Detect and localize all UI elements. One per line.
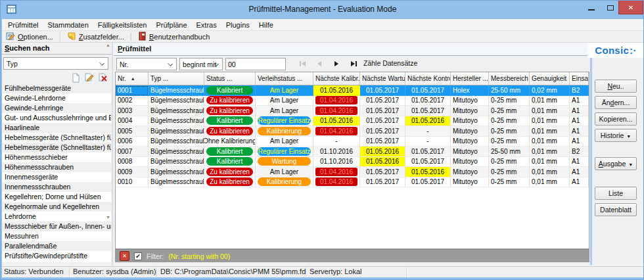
table-row[interactable]: 0003BügelmessschraubenZu kalibrierenAm L… [116, 106, 589, 116]
grid-cell: 0,01 mm [530, 177, 570, 188]
table-row[interactable]: 0007BügelmessschraubenKalibriertReguläre… [116, 147, 589, 157]
new-button[interactable]: Neu.. [595, 80, 637, 93]
column-header[interactable]: Nächste Wartung [360, 72, 405, 85]
sidebar-list-item[interactable]: Gewinde-Lehrdorne [2, 93, 111, 103]
column-header[interactable]: Einsatz [570, 72, 589, 85]
menu-item-plugins[interactable]: Plugins [221, 21, 254, 29]
column-header[interactable]: Status ... [204, 72, 256, 85]
sidebar-list-item[interactable]: Kegellehren; Dorne und Hülsen [2, 192, 111, 202]
column-header[interactable]: Genauigkeit ... [530, 72, 570, 85]
grid-cell: 01.05.2016 [405, 167, 451, 177]
history-button[interactable]: Historie▼ [595, 129, 637, 142]
status-badge: Kalibrierung [258, 177, 311, 186]
sidebar-list-item[interactable]: Gut- und Ausschusslehrringe und Einst... [2, 113, 111, 123]
sidebar-list-item[interactable]: Lehrdorne [2, 212, 111, 222]
nav-first-button[interactable] [296, 59, 308, 68]
list-button[interactable]: Liste [595, 187, 637, 200]
sidebar-splitter[interactable] [112, 43, 113, 266]
clear-filter-button[interactable]: ✕ [120, 251, 129, 261]
filter-active-checkbox[interactable]: ✔ [134, 252, 142, 260]
delete-filter-button[interactable] [97, 72, 108, 83]
grid-cell: A1 [570, 106, 589, 116]
toolbar-separator [131, 32, 131, 41]
sidebar-list-item[interactable]: Messuhren [2, 231, 111, 241]
options-button[interactable]: Optionen... [1, 32, 58, 42]
column-header[interactable]: Nr.▲ [116, 72, 149, 85]
output-button[interactable]: Ausgabe▼ [595, 157, 637, 170]
grid-cell: 0010 [116, 177, 149, 188]
chevron-down-icon [99, 60, 104, 66]
grid-cell: Bügelmessschrauben [149, 137, 204, 147]
column-header[interactable]: Verleihstatus ... [256, 72, 313, 85]
sidebar-list-item[interactable]: Hebelmessgeräte (Schnelltaster) für I... [2, 143, 111, 152]
table-row[interactable]: 0008BügelmessschraubenKalibriertWartung0… [116, 157, 589, 168]
sidebar-list-item[interactable]: Innenmessgeräte [2, 172, 111, 182]
sidebar-list-item[interactable]: Fühlhebelmessgeräte [2, 83, 111, 93]
grid-cell: Zu kalibrieren [204, 106, 256, 116]
menu-item-extras[interactable]: Extras [192, 21, 221, 29]
status-badge: Zu kalibrieren [206, 127, 253, 135]
grid-cell: Bügelmessschrauben [149, 126, 204, 137]
menu-item-stammdaten[interactable]: Stammdaten [43, 21, 93, 29]
table-row[interactable]: 0009BügelmessschraubenZu kalibrierenAm L… [116, 167, 589, 177]
grid-cell: 01.10.2016 [313, 147, 360, 157]
brand-mark: :· [630, 45, 637, 56]
column-header[interactable]: Hersteller ... [451, 72, 489, 85]
grid-cell: 0009 [116, 167, 149, 177]
datasheet-button[interactable]: Datenblatt [595, 203, 637, 216]
copy-button[interactable]: Kopieren... [595, 112, 637, 126]
locate-value-input[interactable] [225, 58, 286, 70]
status-badge: 01.04.2016 [315, 177, 357, 186]
table-row[interactable]: 0001BügelmessschraubenKalibriertAm Lager… [116, 85, 589, 96]
sidebar-list-item[interactable]: Hebelmessgeräte (Schnelltaster) für A... [2, 133, 111, 143]
column-header[interactable]: Typ ... [149, 72, 204, 85]
sidebar-list-item[interactable]: Prüfstifte/Gewindeprüfstifte [2, 251, 111, 261]
sidebar-list-item[interactable]: Haarlineale [2, 123, 111, 133]
minimize-button[interactable] [582, 1, 601, 14]
grid-cell: Mitutoyo [451, 106, 489, 116]
menu-item-pr-fmittel[interactable]: Prüfmittel [3, 21, 43, 29]
grid-cell: Kalibrierung [256, 126, 313, 137]
filter-tools [70, 72, 108, 83]
locate-field-combo[interactable]: Nr. [116, 58, 177, 70]
table-row[interactable]: 0006BügelmessschraubenOhne KalibrierungA… [116, 137, 589, 147]
sidebar-list-item[interactable]: Gewinde-Lehrringe [2, 103, 111, 113]
column-header[interactable]: Nächste Kontrolle [405, 72, 451, 85]
new-filter-button[interactable] [70, 72, 81, 83]
status-panel: Benutzer: sysdba (Admin) [70, 267, 157, 277]
grid-cell: 0007 [116, 147, 149, 157]
menu-item-pr-fpl-ne[interactable]: Prüfpläne [151, 21, 191, 29]
column-header[interactable]: Nächste Kalibr. [313, 72, 360, 85]
table-row[interactable]: 0005BügelmessschraubenZu kalibrierenKali… [116, 126, 589, 137]
grid-splitter[interactable] [590, 43, 592, 265]
search-by-combo[interactable]: Typ [3, 57, 108, 70]
close-button[interactable]: ✕ [618, 1, 643, 14]
locate-operator-combo[interactable]: beginnt mit [179, 58, 223, 70]
nav-next-button[interactable] [331, 59, 342, 68]
status-panel: DB: C:\ProgramData\Consic\PMM 55\pmm.fdb [157, 267, 306, 277]
sidebar-list-item[interactable]: Parallelendmaße [2, 241, 111, 251]
change-button[interactable]: Ändern... [595, 96, 637, 109]
edit-filter-button[interactable] [83, 72, 95, 83]
grid-cell: 01.05.2017 [405, 106, 451, 116]
sidebar-list-item[interactable]: Höhenmessschrauben [2, 162, 111, 172]
table-row[interactable]: 0004BügelmessschraubenKalibriertReguläre… [116, 116, 589, 127]
table-row[interactable]: 0010BügelmessschraubenZu kalibrierenKali… [116, 177, 589, 188]
nav-last-button[interactable] [348, 59, 359, 68]
sidebar-list-item[interactable]: Messschieber für Außen-, Innen- und ... [2, 222, 111, 231]
extra-fields-button[interactable]: Zusatzfelder... [62, 32, 129, 42]
grid-cell: Am Lager [256, 137, 313, 147]
table-row[interactable]: 0002BügelmessschraubenZu kalibrierenAm L… [116, 96, 589, 106]
menu-item-hilfe[interactable]: Hilfe [254, 21, 278, 29]
count-records-button[interactable]: Zähle Datensätze [363, 59, 417, 67]
sidebar-list-item[interactable]: Innenmessschrauben [2, 182, 111, 192]
sidebar-list-item[interactable]: Höhenmessschieber [2, 152, 111, 162]
maximize-button[interactable] [601, 1, 620, 14]
grid-cell: Zu kalibrieren [204, 167, 256, 177]
manual-button[interactable]: Benutzerhandbuch [133, 32, 215, 42]
grid-cell: Mitutoyo [451, 147, 489, 157]
sidebar-list-item[interactable]: Kegelnormale und Kegellehren [2, 202, 111, 212]
menu-item-f-lligkeitslisten[interactable]: Fälligkeitslisten [93, 21, 152, 29]
column-header[interactable]: Messbereich [489, 72, 530, 85]
nav-prev-button[interactable] [313, 59, 325, 68]
